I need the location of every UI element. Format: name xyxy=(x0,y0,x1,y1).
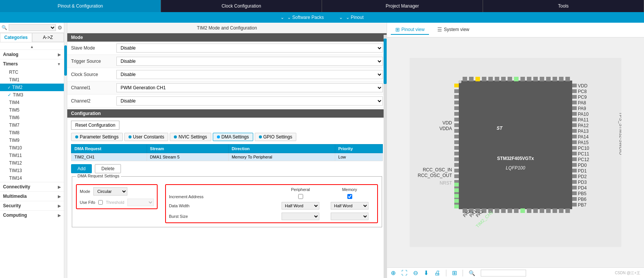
sidebar-item-connectivity[interactable]: Connectivity ▶ xyxy=(0,182,64,191)
svg-rect-83 xyxy=(572,203,577,207)
add-button[interactable]: Add xyxy=(71,164,92,173)
sidebar-item-tim5[interactable]: TIM5 xyxy=(0,106,64,114)
tab-nvic-settings[interactable]: NVIC Settings xyxy=(170,133,211,141)
nav-tools[interactable]: Tools xyxy=(483,0,644,12)
channel2-select[interactable]: Disable xyxy=(116,96,383,106)
tab-gpio-settings[interactable]: GPIO Settings xyxy=(255,133,297,141)
use-fifo-checkbox[interactable] xyxy=(98,200,103,205)
tab-parameter-settings[interactable]: Parameter Settings xyxy=(71,133,123,141)
clock-source-select[interactable]: Disable xyxy=(116,70,383,79)
nav-project[interactable]: Project Manager xyxy=(322,0,483,12)
svg-rect-35 xyxy=(559,208,564,213)
svg-text:PA13: PA13 xyxy=(578,129,589,134)
toolbar-search-input[interactable] xyxy=(481,270,526,276)
svg-rect-16 xyxy=(546,77,551,81)
sidebar-item-tim2[interactable]: ✓ TIM2 xyxy=(0,84,64,91)
tab-user-constants[interactable]: User Constants xyxy=(124,133,169,141)
svg-rect-19 xyxy=(565,77,570,81)
tab-dma-settings[interactable]: DMA Settings xyxy=(213,133,253,141)
reset-config-button[interactable]: Reset Configuration xyxy=(71,121,119,130)
tab-pinout-view[interactable]: ⊞ Pinout view xyxy=(391,25,429,35)
sidebar-item-timers[interactable]: Timers ▼ xyxy=(0,59,64,68)
data-width-peripheral-select[interactable]: Half Word Byte Word xyxy=(282,202,319,210)
svg-rect-29 xyxy=(520,208,525,213)
sidebar-item-rtc[interactable]: RTC xyxy=(0,68,64,76)
sidebar-item-analog[interactable]: Analog ▶ xyxy=(0,50,64,59)
separator1 xyxy=(446,270,446,276)
scroll-up-arrow[interactable]: ▲ xyxy=(0,44,64,50)
svg-rect-34 xyxy=(553,208,557,213)
dma-row-priority: Low xyxy=(335,153,383,161)
sidebar-item-tim7[interactable]: TIM7 xyxy=(0,121,64,129)
dot-parameter xyxy=(75,135,78,138)
sidebar-item-tim6[interactable]: TIM6 xyxy=(0,114,64,121)
dma-table: DMA Request Stream Direction Priority TI… xyxy=(71,144,383,161)
increment-peripheral-checkbox[interactable] xyxy=(298,194,303,199)
svg-rect-7 xyxy=(488,77,493,81)
burst-size-peripheral-select[interactable] xyxy=(282,213,319,220)
zoom-in-icon[interactable]: ⊕ xyxy=(391,269,396,276)
sidebar-item-multimedia[interactable]: Multimedia ▶ xyxy=(0,191,64,201)
sidebar-item-tim1[interactable]: TIM1 xyxy=(0,76,64,84)
sidebar-item-tim9[interactable]: TIM9 xyxy=(0,137,64,144)
tab-system-view[interactable]: ☰ System view xyxy=(433,25,474,35)
svg-rect-11 xyxy=(514,77,519,81)
use-fifo-label: Use Fifo xyxy=(80,200,95,205)
svg-rect-118 xyxy=(454,84,459,87)
pm-headers: Peripheral Memory xyxy=(169,187,374,192)
right-panel: ⊞ Pinout view ☰ System view TPS_STM32-SW… xyxy=(387,23,644,278)
sidebar-item-tim8[interactable]: TIM8 xyxy=(0,129,64,137)
increment-peripheral-cell xyxy=(276,194,325,199)
burst-size-row: Burst Size xyxy=(169,213,374,220)
svg-rect-82 xyxy=(572,197,577,201)
sidebar-item-security[interactable]: Security ▶ xyxy=(0,201,64,210)
sidebar-item-tim11[interactable]: TIM11 xyxy=(0,152,64,159)
subnav-software-packs[interactable]: ⌄ ⌄ Software Packs xyxy=(280,15,324,20)
svg-rect-8 xyxy=(495,77,499,81)
tab-categories[interactable]: Categories xyxy=(0,33,32,42)
sidebar-item-tim12[interactable]: TIM12 xyxy=(0,159,64,167)
svg-text:PA11: PA11 xyxy=(578,117,589,123)
data-width-memory-select[interactable]: Half Word Byte Word xyxy=(331,202,368,210)
config-section: Reset Configuration Parameter Settings U… xyxy=(67,118,387,230)
table-row[interactable]: TIM2_CH1 DMA1 Stream 5 Memory To Periphe… xyxy=(71,153,383,161)
fit-icon[interactable]: ⛶ xyxy=(401,270,407,276)
threshold-select[interactable] xyxy=(127,199,154,206)
svg-rect-73 xyxy=(572,146,577,150)
sidebar-item-tim13[interactable]: TIM13 xyxy=(0,167,64,174)
dma-col-stream: Stream xyxy=(147,144,228,153)
zoom-out-icon[interactable]: ⊖ xyxy=(413,269,418,276)
sidebar-item-tim4[interactable]: TIM4 xyxy=(0,99,64,106)
tab-az[interactable]: A->Z xyxy=(32,33,64,42)
search-dropdown[interactable] xyxy=(9,24,56,31)
center-scrollbar[interactable] xyxy=(384,35,387,278)
sidebar-item-tim14[interactable]: TIM14 xyxy=(0,174,64,182)
burst-size-memory-select[interactable] xyxy=(331,213,368,220)
print-icon[interactable]: 🖨 xyxy=(434,270,440,276)
svg-text:PD4: PD4 xyxy=(578,185,587,191)
nav-clock[interactable]: Clock Configuration xyxy=(161,0,322,12)
download-icon[interactable]: ⬇ xyxy=(424,269,429,276)
grid-view-icon[interactable]: ⊞ xyxy=(452,269,457,276)
increment-memory-checkbox[interactable] xyxy=(347,194,352,199)
trigger-source-select[interactable]: Disable xyxy=(116,57,383,66)
sub-nav: ⌄ ⌄ Software Packs ⌄ ⌄ Pinout xyxy=(0,12,644,23)
svg-rect-26 xyxy=(501,208,506,213)
toolbar-search-icon[interactable]: 🔍 xyxy=(469,270,475,276)
sidebar-item-tim10[interactable]: TIM10 xyxy=(0,144,64,152)
gear-icon[interactable]: ⚙ xyxy=(57,25,62,31)
delete-button[interactable]: Delete xyxy=(95,164,121,173)
dot-user-constants xyxy=(128,135,132,138)
sidebar-scrollbar[interactable] xyxy=(64,23,67,278)
sidebar-item-computing[interactable]: Computing ▶ xyxy=(0,210,64,220)
svg-rect-78 xyxy=(572,174,577,178)
channel1-select[interactable]: PWM Generation CH1 xyxy=(116,83,383,92)
slave-mode-select[interactable]: Disable xyxy=(116,43,383,53)
svg-rect-69 xyxy=(572,123,577,127)
mode-setting-select[interactable]: Circular Normal xyxy=(93,187,127,196)
subnav-pinout[interactable]: ⌄ ⌄ Pinout xyxy=(339,15,364,20)
nav-pinout[interactable]: Pinout & Configuration xyxy=(0,0,161,12)
svg-rect-12 xyxy=(520,77,525,81)
svg-rect-13 xyxy=(527,77,531,81)
sidebar-item-tim3[interactable]: ✓ TIM3 xyxy=(0,91,64,99)
